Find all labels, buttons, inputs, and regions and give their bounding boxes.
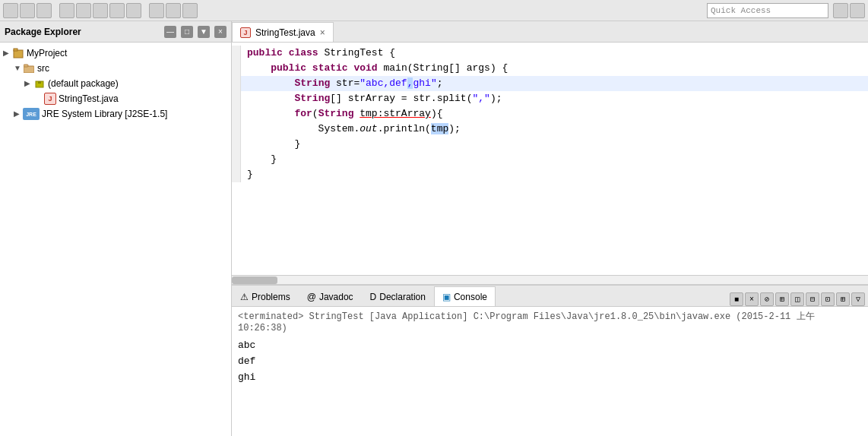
maximize-icon[interactable]: □ [181, 26, 193, 38]
editor-area: J StringTest.java × public class StringT… [232, 21, 868, 436]
tree-label-jre: JRE System Library [J2SE-1.5] [42, 109, 167, 119]
plain-token: .println( [378, 123, 431, 134]
editor-horizontal-scrollbar[interactable] [232, 275, 868, 284]
console-output-line: ghi [238, 370, 862, 386]
editor-tabs: J StringTest.java × [232, 21, 868, 43]
editor-tab-stringtest[interactable]: J StringTest.java × [232, 22, 334, 42]
code-line[interactable]: System.out.println(tmp); [232, 122, 868, 137]
toolbar-btn-6[interactable] [93, 3, 108, 18]
tree-icon-project [12, 47, 24, 59]
tree-arrow-default-package: ▶ [24, 79, 33, 88]
toolbar-btn-4[interactable] [59, 3, 74, 18]
keyword-token: void [353, 62, 377, 74]
svg-rect-3 [24, 65, 28, 67]
plain-token: StringTest { [318, 47, 395, 58]
selected-token: tmp [431, 123, 448, 134]
line-content: public class StringTest { [241, 46, 868, 61]
tree-item-stringtest[interactable]: JStringTest.java [0, 91, 231, 106]
console-btn-9[interactable]: ▽ [851, 292, 865, 306]
code-line[interactable]: } [232, 152, 868, 167]
keyword-token: String [294, 93, 330, 104]
code-line[interactable]: String str="abc,def,ghi"; [232, 76, 868, 91]
bottom-tab-declaration[interactable]: DDeclaration [362, 286, 434, 306]
toolbar-btn-9[interactable] [149, 3, 164, 18]
package-explorer-header: Package Explorer — □ ▼ × [0, 21, 231, 43]
toolbar-btn-7[interactable] [109, 3, 125, 18]
plain-token: [] strArray = str.split( [330, 93, 472, 104]
editor-tab-label: StringTest.java [255, 27, 315, 38]
plain-token: } [247, 169, 253, 180]
toolbar-btn-1[interactable] [3, 3, 18, 18]
code-line[interactable]: } [232, 167, 868, 182]
toolbar-btn-11[interactable] [182, 3, 198, 18]
declaration-tab-label: Declaration [379, 292, 426, 302]
package-explorer-title: Package Explorer [5, 27, 160, 37]
tree-label-stringtest: StringTest.java [59, 93, 119, 104]
code-line[interactable]: String[] strArray = str.split(","); [232, 91, 868, 106]
toolbar-btn-10[interactable] [166, 3, 181, 18]
code-line[interactable]: public static void main(String[] args) { [232, 61, 868, 76]
keyword-token: public [271, 62, 306, 74]
tree-icon-package [33, 77, 46, 90]
plain-token: ){ [431, 108, 443, 119]
line-gutter [232, 122, 241, 137]
code-line[interactable]: public class StringTest { [232, 46, 868, 61]
bottom-tab-javadoc[interactable]: @Javadoc [299, 286, 362, 306]
line-content: } [241, 167, 868, 182]
code-line[interactable]: } [232, 137, 868, 152]
italic-token: out [360, 123, 377, 134]
view-menu-icon[interactable]: ▼ [198, 26, 210, 38]
tree-label-src: src [37, 63, 49, 74]
console-output-line: abc [238, 338, 862, 354]
toolbar-btn-8[interactable] [126, 3, 141, 18]
console-content: <terminated> StringTest [Java Applicatio… [232, 307, 868, 436]
quick-access-input[interactable]: Quick Access [707, 3, 828, 18]
plain-token: System. [247, 123, 360, 134]
console-btn-5[interactable]: ◫ [790, 292, 804, 306]
close-icon[interactable]: × [214, 26, 227, 38]
minimize-icon[interactable]: — [164, 26, 176, 38]
editor-tab-close[interactable]: × [320, 27, 325, 38]
console-close-btn[interactable]: × [745, 292, 759, 306]
keyword-token: for [294, 108, 312, 119]
line-gutter [232, 152, 241, 167]
scrollbar-thumb[interactable] [232, 276, 277, 284]
plain-token: ; [437, 77, 443, 89]
console-output-line: def [238, 354, 862, 370]
bottom-tab-console[interactable]: ▣Console [434, 286, 496, 306]
toolbar-btn-2[interactable] [20, 3, 35, 18]
plain-token [306, 62, 312, 74]
tree-item-myproject[interactable]: ▶MyProject [0, 46, 231, 61]
toolbar-btn-3[interactable] [36, 3, 52, 18]
svg-rect-5 [38, 81, 41, 84]
line-content: for(String tmp:strArray){ [241, 106, 868, 122]
console-btn-7[interactable]: ⊡ [821, 292, 835, 306]
keyword-token: class [289, 47, 318, 58]
quick-access-label: Quick Access [711, 6, 771, 15]
plain-token [247, 77, 294, 89]
main-layout: Package Explorer — □ ▼ × ▶MyProject▼src▶… [0, 21, 868, 436]
tree-item-jre[interactable]: ▶JREJRE System Library [J2SE-1.5] [0, 106, 231, 122]
tree-item-src[interactable]: ▼src [0, 61, 231, 76]
tree-arrow-myproject: ▶ [3, 49, 12, 58]
java-file-icon: J [240, 27, 251, 38]
plain-token: } [247, 138, 300, 150]
console-clear-btn[interactable]: ⊘ [760, 292, 774, 306]
console-btn-6[interactable]: ⊟ [806, 292, 819, 306]
bottom-tab-problems[interactable]: ⚠Problems [232, 286, 299, 306]
tree-item-default-package[interactable]: ▶(default package) [0, 76, 231, 91]
line-gutter [232, 167, 241, 182]
toolbar-btn-13[interactable] [850, 3, 865, 18]
toolbar-btn-5[interactable] [76, 3, 91, 18]
console-tab-icon: ▣ [442, 292, 451, 302]
toolbar-btn-12[interactable] [833, 3, 848, 18]
problems-tab-icon: ⚠ [240, 292, 249, 302]
line-gutter [232, 137, 241, 152]
line-content: System.out.println(tmp); [241, 122, 868, 137]
code-editor[interactable]: public class StringTest { public static … [232, 43, 868, 275]
console-stop-btn[interactable]: ■ [730, 292, 743, 306]
code-line[interactable]: for(String tmp:strArray){ [232, 106, 868, 122]
console-btn-8[interactable]: ⊞ [836, 292, 850, 306]
console-btn-4[interactable]: ⊞ [775, 292, 789, 306]
keyword-token: String [294, 77, 330, 89]
